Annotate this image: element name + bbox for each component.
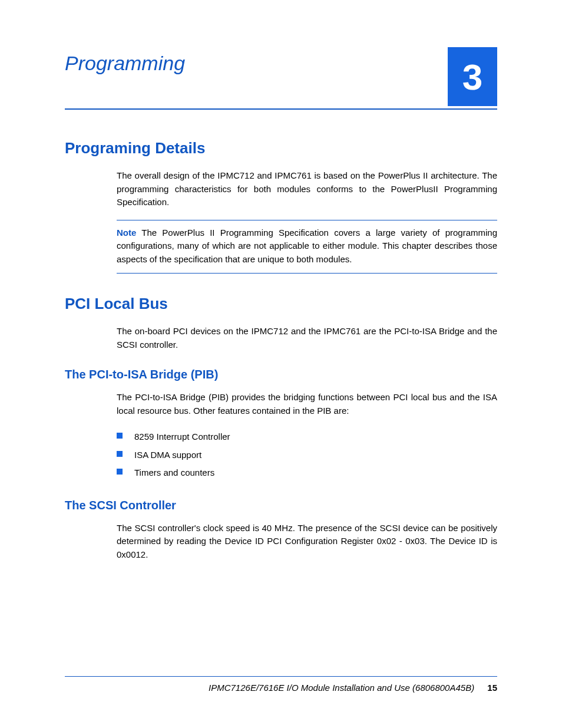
section-heading-pci-local-bus: PCI Local Bus — [65, 295, 497, 313]
note-text: The PowerPlus II Programming Specificati… — [117, 228, 497, 264]
footer-doc-title: IPMC7126E/7616E I/O Module Installation … — [209, 683, 474, 693]
body-paragraph: The on-board PCI devices on the IPMC712 … — [117, 325, 497, 351]
list-item: 8259 Interrupt Controller — [117, 428, 497, 446]
header-rule — [65, 108, 497, 110]
page: Programming 3 Programing Details The ove… — [0, 0, 562, 728]
body-paragraph: The overall design of the IPMC712 and IP… — [117, 169, 497, 209]
note-label: Note — [117, 228, 136, 238]
bullet-list: 8259 Interrupt Controller ISA DMA suppor… — [117, 428, 497, 482]
list-item: ISA DMA support — [117, 446, 497, 465]
chapter-number-box: 3 — [448, 47, 497, 106]
chapter-header-row: Programming 3 — [65, 47, 497, 106]
body-paragraph: The SCSI controller's clock speed is 40 … — [117, 522, 497, 562]
subsection-heading-scsi: The SCSI Controller — [65, 499, 497, 512]
note-block: Note The PowerPlus II Programming Specif… — [117, 220, 497, 274]
chapter-title: Programming — [65, 47, 185, 75]
section-heading-programming-details: Programing Details — [65, 139, 497, 157]
subsection-heading-pib: The PCI-to-ISA Bridge (PIB) — [65, 368, 497, 381]
footer-page-number: 15 — [487, 683, 497, 693]
body-paragraph: The PCI-to-ISA Bridge (PIB) provides the… — [117, 391, 497, 417]
list-item: Timers and counters — [117, 464, 497, 482]
page-footer: IPMC7126E/7616E I/O Module Installation … — [65, 676, 497, 693]
